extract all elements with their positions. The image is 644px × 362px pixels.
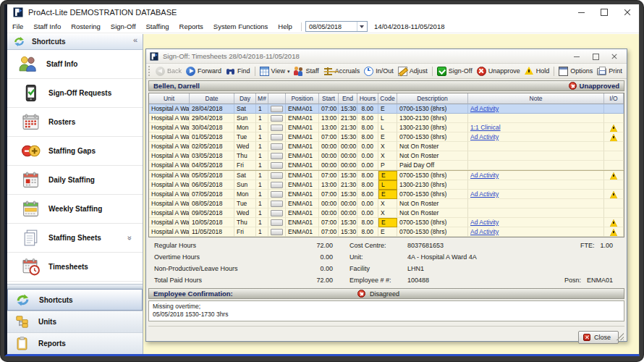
- toolbar-button[interactable]: In/Out: [362, 66, 396, 77]
- table-row[interactable]: Hospital A Ward 4A 29/04/2018 Sun 1 ENMA…: [149, 114, 624, 123]
- column-header-io[interactable]: I/O: [604, 93, 624, 104]
- close-button[interactable]: Close: [578, 331, 619, 344]
- minimize-icon[interactable]: [567, 49, 586, 64]
- toolbar-button[interactable]: Forward: [184, 66, 224, 77]
- maximize-icon[interactable]: [586, 49, 605, 64]
- sidebar-tab-units[interactable]: Units: [7, 311, 143, 332]
- table-row[interactable]: Hospital A Ward 4A 07/05/2018 Mon 1 ENMA…: [149, 190, 624, 199]
- row-detail-button[interactable]: [271, 162, 283, 169]
- menu-staffing[interactable]: Staffing: [141, 22, 174, 30]
- row-detail-button[interactable]: [271, 191, 283, 198]
- chevron-down-icon[interactable]: [357, 22, 367, 31]
- toolbar-button[interactable]: Hold: [522, 66, 552, 77]
- maximize-icon[interactable]: [593, 4, 616, 20]
- column-header-start[interactable]: Start: [319, 93, 339, 104]
- close-icon[interactable]: [605, 49, 624, 64]
- toolbar-button[interactable]: Find: [224, 66, 253, 77]
- toolbar-button[interactable]: Print: [595, 66, 624, 76]
- table-row[interactable]: Hospital A Ward 4A 30/04/2018 Mon 1 ENMA…: [149, 123, 624, 132]
- note-link[interactable]: 1:1 Clinical: [470, 124, 501, 131]
- warning-icon[interactable]: [609, 219, 618, 227]
- row-detail-button[interactable]: [271, 115, 283, 122]
- note-link[interactable]: Ad Activity: [470, 228, 499, 235]
- menu-staff-info[interactable]: Staff Info: [28, 22, 66, 30]
- table-row[interactable]: Hospital A Ward 4A 03/05/2018 Thu 1 ENMA…: [149, 151, 624, 161]
- collapse-sidebar-icon[interactable]: [133, 35, 137, 44]
- column-header-m[interactable]: M#: [256, 93, 268, 104]
- table-row[interactable]: Hospital A Ward 4A 04/05/2018 Fri 1 ENMA…: [149, 161, 624, 170]
- sidebar-item-staffing-sheets[interactable]: Staffing Sheets: [7, 224, 143, 253]
- note-link[interactable]: Ad Activity: [470, 190, 499, 198]
- toolbar-button[interactable]: Options: [556, 66, 595, 77]
- table-row[interactable]: Hospital A Ward 4A 10/05/2018 Thu 1 ENMA…: [149, 218, 624, 227]
- warning-icon[interactable]: [609, 172, 618, 180]
- table-row[interactable]: Hospital A Ward 4A 01/05/2018 Tue 1 ENMA…: [149, 132, 624, 142]
- table-row[interactable]: Hospital A Ward 4A 11/05/2018 Fri 1 ENMA…: [149, 227, 624, 237]
- column-header-day[interactable]: Day: [234, 93, 256, 104]
- row-detail-button[interactable]: [271, 201, 283, 207]
- toolbar-button[interactable]: Sign-Off: [435, 66, 475, 77]
- row-detail-button[interactable]: [271, 134, 283, 140]
- note-link[interactable]: Ad Activity: [470, 105, 499, 112]
- table-row[interactable]: Hospital A Ward 4A 09/05/2018 Wed 1 ENMA…: [149, 209, 624, 218]
- menu-help[interactable]: Help: [273, 22, 297, 30]
- column-header-end[interactable]: End: [339, 93, 357, 104]
- sidebar-tab-reports[interactable]: Reports: [7, 332, 143, 354]
- column-header-note[interactable]: Note: [468, 93, 604, 104]
- row-detail-button[interactable]: [271, 182, 283, 188]
- toolbar-button[interactable]: Back: [153, 66, 184, 77]
- close-icon[interactable]: [616, 4, 639, 20]
- menu-file[interactable]: File: [7, 22, 28, 30]
- column-header-description[interactable]: Description: [397, 93, 468, 104]
- minimize-icon[interactable]: [569, 4, 593, 20]
- note-link[interactable]: Ad Activity: [470, 133, 499, 140]
- sidebar-item-staff-info[interactable]: Staff Info: [7, 50, 143, 79]
- menu-sign-off[interactable]: Sign-Off: [106, 22, 141, 30]
- column-header-hours[interactable]: Hours: [357, 93, 378, 104]
- chevron-down-icon[interactable]: [287, 67, 290, 75]
- expand-double-chevron-icon[interactable]: [124, 236, 133, 240]
- toolbar-button[interactable]: Unapprove: [475, 66, 522, 77]
- sidebar-item-daily-staffing[interactable]: Daily Staffing: [7, 166, 143, 195]
- note-link[interactable]: Ad Activity: [470, 219, 499, 226]
- column-header-code[interactable]: Code: [378, 93, 397, 104]
- sidebar-item-sign-off-requests[interactable]: Sign-Off Requests: [7, 79, 143, 108]
- table-row[interactable]: Hospital A Ward 4A 06/05/2018 Sun 1 ENMA…: [149, 180, 624, 190]
- sidebar-tab-shortcuts[interactable]: Shortcuts: [7, 289, 143, 311]
- table-row[interactable]: Hospital A Ward 4A 08/05/2018 Tue 1 ENMA…: [149, 199, 624, 209]
- row-detail-button[interactable]: [271, 172, 283, 179]
- toolbar-button[interactable]: Accruals: [321, 66, 363, 77]
- table-row[interactable]: Hospital A Ward 4A 02/05/2018 Wed 1 ENMA…: [149, 142, 624, 151]
- sidebar-splitter[interactable]: [7, 284, 143, 289]
- column-header-position[interactable]: Position: [286, 93, 319, 104]
- menu-system-functions[interactable]: System Functions: [208, 22, 274, 30]
- row-detail-button[interactable]: [271, 153, 283, 159]
- note-link[interactable]: Ad Activity: [470, 172, 499, 179]
- row-detail-button[interactable]: [271, 210, 283, 216]
- sidebar-header[interactable]: Shortcuts: [7, 34, 143, 50]
- warning-icon[interactable]: [609, 124, 618, 132]
- row-detail-button[interactable]: [271, 219, 283, 226]
- sidebar-item-weekly-staffing[interactable]: Weekly Staffing: [7, 195, 143, 224]
- table-row[interactable]: Hospital A Ward 4A 05/05/2018 Sat 1 ENMA…: [149, 170, 624, 180]
- warning-icon[interactable]: [609, 133, 618, 141]
- sidebar-item-timesheets[interactable]: Timesheets: [7, 253, 143, 282]
- sidebar-item-staffing-gaps[interactable]: Staffing Gaps: [7, 137, 143, 166]
- row-detail-button[interactable]: [271, 229, 283, 235]
- warning-icon[interactable]: [609, 228, 618, 236]
- confirmation-note-box[interactable]: Missing overtime; 05/05/2018 1530-1730 3…: [148, 300, 624, 321]
- date-dropdown[interactable]: 08/05/2018: [305, 21, 368, 32]
- row-detail-button[interactable]: [271, 125, 283, 131]
- toolbar-button[interactable]: Staff: [292, 66, 321, 77]
- toolbar-button[interactable]: Adjust: [396, 66, 430, 77]
- column-header-unit[interactable]: Unit: [149, 93, 190, 104]
- warning-icon[interactable]: [609, 190, 618, 198]
- row-detail-button[interactable]: [271, 143, 283, 150]
- menu-reports[interactable]: Reports: [174, 22, 208, 30]
- column-header-date[interactable]: Date: [190, 93, 234, 104]
- sidebar-item-rosters[interactable]: Rosters: [7, 108, 143, 137]
- row-detail-button[interactable]: [271, 106, 283, 112]
- menu-rostering[interactable]: Rostering: [66, 22, 106, 30]
- table-row[interactable]: Hospital A Ward 4A 28/04/2018 Sat 1 ENMA…: [149, 104, 624, 114]
- toolbar-button[interactable]: View: [258, 66, 292, 77]
